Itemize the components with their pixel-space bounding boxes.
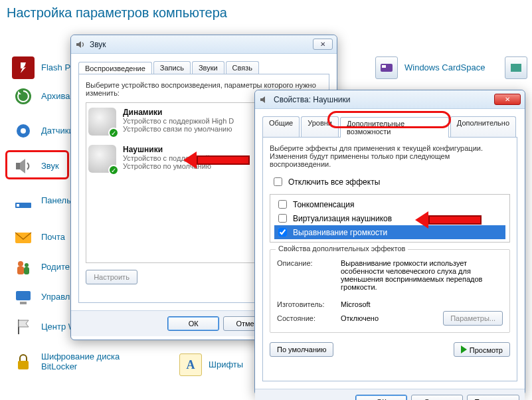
cp-item-bitlocker[interactable]: Шифрование диска BitLocker xyxy=(12,351,134,373)
state-value: Отключено xyxy=(341,314,379,322)
tab-general[interactable]: Общие xyxy=(262,116,300,137)
svg-rect-16 xyxy=(511,64,521,72)
red-arrow-headphones xyxy=(183,151,250,169)
effect-checkbox[interactable] xyxy=(278,214,287,223)
state-key: Состояние: xyxy=(277,314,337,322)
effect-params-button[interactable]: Параметры... xyxy=(443,311,503,326)
cp-item-manage[interactable]: Управл xyxy=(12,286,70,308)
svg-rect-15 xyxy=(382,65,386,68)
properties-tabs: Общие Уровни Дополнительные возможности … xyxy=(262,116,517,137)
cp-label: Flash P xyxy=(41,63,70,73)
vendor-key: Изготовитель: xyxy=(277,300,337,308)
flag-icon xyxy=(12,316,35,338)
properties-titlebar[interactable]: Свойства: Наушники ✕ xyxy=(255,90,525,109)
effect-checkbox[interactable] xyxy=(278,200,287,209)
check-icon: ✓ xyxy=(108,165,119,175)
effect-label: Тонкомпенсация xyxy=(293,200,355,209)
svg-rect-11 xyxy=(16,291,31,300)
svg-rect-9 xyxy=(17,266,24,274)
device-manager-icon xyxy=(12,286,35,308)
close-button[interactable]: ✕ xyxy=(313,39,333,50)
desc-value: Выравнивание громкости использует особен… xyxy=(341,259,503,291)
check-icon: ✓ xyxy=(108,128,119,138)
apply-button[interactable]: Применить xyxy=(467,395,519,400)
svg-point-2 xyxy=(21,128,26,134)
sensors-icon xyxy=(12,120,35,142)
disable-all-label: Отключить все эффекты xyxy=(288,177,380,187)
cp-item-sound[interactable]: Звук xyxy=(12,155,59,177)
misc-icon xyxy=(505,56,527,79)
effect-checkbox[interactable] xyxy=(278,228,287,237)
device-desc: Устройство с поддержкой High D xyxy=(123,117,234,125)
effect-bass[interactable]: Тонкомпенсация xyxy=(274,197,505,211)
svg-point-7 xyxy=(18,261,23,266)
speaker-icon xyxy=(12,155,35,177)
device-name: Динамики xyxy=(123,108,234,117)
svg-rect-3 xyxy=(16,163,20,169)
lock-icon xyxy=(12,351,35,373)
sound-titlebar[interactable]: Звук ✕ xyxy=(71,35,337,54)
vendor-value: Microsoft xyxy=(341,300,371,308)
properties-window: Свойства: Наушники ✕ Общие Уровни Дополн… xyxy=(254,90,525,395)
window-title: Свойства: Наушники xyxy=(274,95,350,104)
effect-label: Виртуализация наушников xyxy=(293,214,392,223)
ok-button[interactable]: ОК xyxy=(355,395,407,400)
cp-item-cardspace[interactable]: Windows CardSpace xyxy=(375,56,485,79)
cp-item-mail[interactable]: Почта xyxy=(12,226,65,249)
cardspace-icon xyxy=(375,56,398,79)
page-title: Настройка параметров компьютера xyxy=(7,5,227,21)
speaker-icon xyxy=(75,39,86,50)
effect-properties-group: Свойства дополнительных эффектов Описани… xyxy=(270,249,510,333)
cp-label: Звук xyxy=(41,161,59,171)
svg-rect-5 xyxy=(17,204,19,207)
cp-label: Шрифты xyxy=(209,360,243,370)
cp-label: Шифрование диска BitLocker xyxy=(41,352,134,372)
tab-levels[interactable]: Уровни xyxy=(301,116,339,137)
svg-rect-10 xyxy=(24,267,29,274)
restore-defaults-button[interactable]: По умолчанию xyxy=(270,342,333,357)
device-status: Устройство связи по умолчанию xyxy=(123,125,234,133)
group-title: Свойства дополнительных эффектов xyxy=(276,245,408,252)
tab-recording[interactable]: Запись xyxy=(153,61,191,74)
svg-rect-12 xyxy=(20,302,27,304)
cp-label: Управл xyxy=(41,292,70,302)
tab-playback[interactable]: Воспроизведение xyxy=(78,62,152,74)
play-icon xyxy=(461,346,467,353)
ok-button[interactable]: ОК xyxy=(167,316,219,331)
svg-rect-13 xyxy=(18,361,29,369)
sound-tabs: Воспроизведение Запись Звуки Связь xyxy=(78,61,329,74)
enhancements-intro: Выберите эффекты для применения к текуще… xyxy=(270,144,510,168)
taskbar-icon xyxy=(12,189,35,212)
fonts-icon: A xyxy=(179,353,202,376)
red-arrow-loudness xyxy=(415,211,482,229)
backup-icon xyxy=(12,85,35,108)
effect-label: Выравнивание громкости xyxy=(293,228,387,237)
preview-button[interactable]: Просмотр xyxy=(454,342,510,357)
tab-enhancements[interactable]: Дополнительные возможности xyxy=(340,117,449,138)
disable-all-effects[interactable]: Отключить все эффекты xyxy=(270,175,510,189)
svg-point-8 xyxy=(25,263,29,267)
speaker-icon xyxy=(259,94,270,105)
headphone-device-icon: ✓ xyxy=(88,145,116,173)
cp-label: Родите xyxy=(41,262,70,272)
cp-item-fonts[interactable]: A Шрифты xyxy=(179,353,243,376)
cancel-button[interactable]: Отмена xyxy=(411,395,463,400)
cp-item-parental[interactable]: Родите xyxy=(12,256,70,278)
family-icon xyxy=(12,256,35,278)
desc-key: Описание: xyxy=(277,259,337,291)
cp-item-flash[interactable]: Flash P xyxy=(12,56,70,79)
tab-sounds[interactable]: Звуки xyxy=(192,61,224,74)
properties-button-row: ОК Отмена Применить xyxy=(255,389,525,400)
speaker-device-icon: ✓ xyxy=(88,108,116,136)
mail-icon xyxy=(12,226,35,249)
window-title: Звук xyxy=(90,40,106,49)
disable-all-checkbox[interactable] xyxy=(274,177,282,186)
cp-label: Windows CardSpace xyxy=(404,63,485,73)
cp-label: Почта xyxy=(41,233,65,243)
configure-button[interactable]: Настроить xyxy=(86,270,137,284)
flash-icon xyxy=(12,56,35,79)
close-button[interactable]: ✕ xyxy=(494,94,521,105)
tab-communications[interactable]: Связь xyxy=(226,61,259,74)
tab-advanced[interactable]: Дополнительно xyxy=(450,116,516,137)
